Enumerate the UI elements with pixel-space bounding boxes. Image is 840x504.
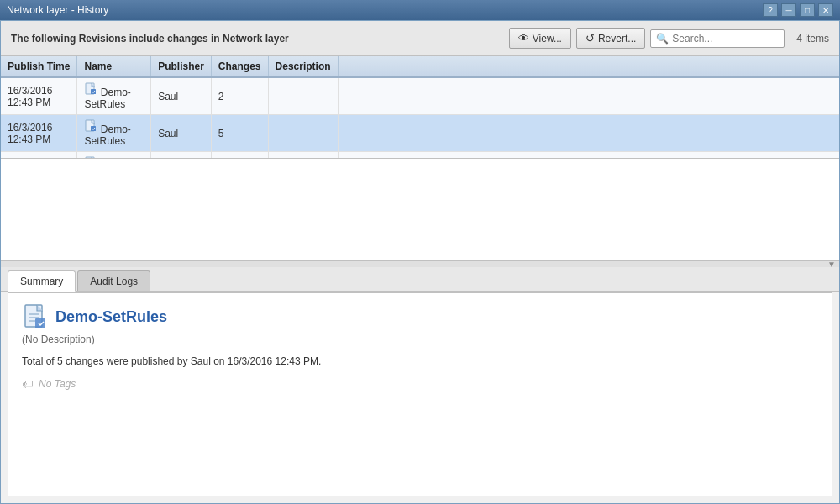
cell-name: Demo-SetRules — [77, 77, 151, 115]
col-description: Description — [268, 56, 338, 77]
svg-rect-12 — [35, 318, 45, 328]
table-body: 16/3/2016 12:43 PM Demo-SetRules Saul 2 … — [1, 77, 839, 159]
cell-publisher: Saul — [151, 115, 212, 152]
cell-publish-time: 16/3/2016 12:41 PM — [1, 152, 77, 159]
col-publisher: Publisher — [151, 56, 212, 77]
window-controls: ? ─ □ ✕ — [763, 3, 833, 17]
search-input[interactable] — [672, 33, 781, 45]
cell-publish-time: 16/3/2016 12:43 PM — [1, 77, 77, 115]
tab-content-summary: Demo-SetRules (No Description) Total of … — [8, 292, 832, 496]
cell-extra — [338, 115, 839, 152]
items-count: 4 items — [796, 33, 829, 45]
summary-tags: 🏷 No Tags — [22, 377, 818, 391]
window-title: Network layer - History — [7, 4, 108, 16]
revisions-table-container: Publish Time Name Publisher Changes Desc… — [1, 56, 839, 159]
window-content: The following Revisions include changes … — [0, 20, 840, 504]
col-changes: Changes — [211, 56, 268, 77]
eye-icon: 👁 — [518, 32, 529, 45]
cell-description — [268, 77, 338, 115]
view-button[interactable]: 👁 View... — [509, 28, 571, 49]
summary-title: Demo-SetRules — [55, 308, 167, 326]
cell-publisher: Saul — [151, 77, 212, 115]
cell-publish-time: 16/3/2016 12:43 PM — [1, 115, 77, 152]
cell-name: Demo-SetPolicy — [77, 152, 151, 159]
cell-publisher: admin — [151, 152, 212, 159]
resize-handle[interactable]: ▼ — [1, 260, 839, 267]
revert-icon: ↺ — [585, 32, 595, 45]
col-publish-time: Publish Time — [1, 56, 77, 77]
toolbar-description: The following Revisions include changes … — [11, 33, 289, 45]
table-row[interactable]: 16/3/2016 12:41 PM Demo-SetPolicy admin … — [1, 152, 839, 159]
empty-area — [1, 159, 839, 260]
bottom-panel: ▼ Summary Audit Logs — [1, 260, 839, 503]
maximize-button[interactable]: □ — [800, 3, 815, 17]
toolbar: The following Revisions include changes … — [1, 21, 839, 56]
cell-extra — [338, 152, 839, 159]
tags-value: No Tags — [39, 378, 76, 390]
cell-changes: 5 — [211, 115, 268, 152]
minimize-button[interactable]: ─ — [781, 3, 796, 17]
col-name: Name — [77, 56, 151, 77]
toolbar-actions: 👁 View... ↺ Revert... 🔍 4 items — [509, 28, 829, 49]
search-icon: 🔍 — [656, 33, 669, 45]
summary-description: (No Description) — [22, 333, 818, 345]
cell-description — [268, 152, 338, 159]
help-button[interactable]: ? — [763, 3, 778, 17]
cell-changes: 2 — [211, 77, 268, 115]
tabs-bar: Summary Audit Logs — [1, 267, 839, 292]
cell-extra — [338, 77, 839, 115]
doc-icon — [84, 119, 97, 133]
doc-icon — [84, 82, 97, 96]
document-icon — [22, 303, 49, 330]
table-header-row: Publish Time Name Publisher Changes Desc… — [1, 56, 839, 77]
cell-changes: 3 — [211, 152, 268, 159]
table-row[interactable]: 16/3/2016 12:43 PM Demo-SetRules Saul 5 — [1, 115, 839, 152]
cell-name: Demo-SetRules — [77, 115, 151, 152]
summary-title-row: Demo-SetRules — [22, 303, 818, 330]
revert-button[interactable]: ↺ Revert... — [576, 28, 645, 49]
tab-audit-logs[interactable]: Audit Logs — [77, 270, 150, 291]
col-extra — [338, 56, 839, 77]
summary-text: Total of 5 changes were published by Sau… — [22, 355, 818, 367]
revisions-table: Publish Time Name Publisher Changes Desc… — [1, 56, 839, 159]
search-box[interactable]: 🔍 — [650, 29, 785, 48]
title-bar: Network layer - History ? ─ □ ✕ — [0, 0, 840, 20]
table-row[interactable]: 16/3/2016 12:43 PM Demo-SetRules Saul 2 — [1, 77, 839, 115]
tab-summary[interactable]: Summary — [8, 270, 76, 292]
close-button[interactable]: ✕ — [818, 3, 833, 17]
cell-description — [268, 115, 338, 152]
tag-icon: 🏷 — [22, 377, 34, 391]
